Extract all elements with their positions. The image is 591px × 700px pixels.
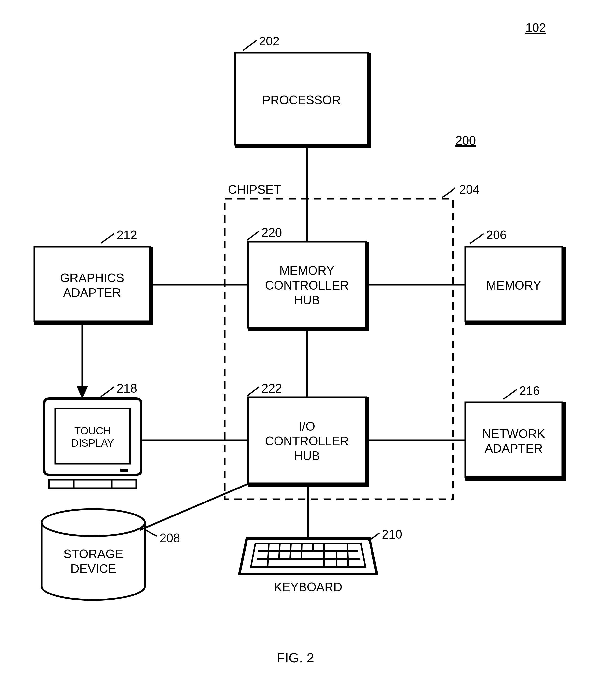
svg-rect-18 <box>465 477 566 481</box>
svg-rect-8 <box>366 397 369 487</box>
processor-ref: 202 <box>259 34 279 48</box>
svg-marker-44 <box>77 386 88 399</box>
ioch-ref: 222 <box>261 382 282 395</box>
na-l1: NETWORK <box>482 427 545 441</box>
block-touch-display: TOUCH DISPLAY 218 <box>44 382 141 488</box>
block-processor: PROCESSOR 202 <box>235 34 371 148</box>
block-mem-ctrl-hub: MEMORY CONTROLLER HUB 220 <box>247 226 369 331</box>
ga-l2: ADAPTER <box>63 286 121 300</box>
sd-ref: 208 <box>159 531 180 545</box>
svg-rect-2 <box>235 145 371 148</box>
svg-rect-23 <box>120 469 128 472</box>
svg-rect-20 <box>49 480 136 488</box>
ioch-l3: HUB <box>294 449 320 463</box>
svg-rect-6 <box>248 327 369 331</box>
block-io-ctrl-hub: I/O CONTROLLER HUB 222 <box>247 382 369 487</box>
na-ref: 216 <box>519 384 540 398</box>
block-memory: MEMORY 206 <box>465 228 566 325</box>
mch-l2: CONTROLLER <box>265 279 349 292</box>
block-storage-device: STORAGE DEVICE 208 <box>42 509 180 600</box>
figure-2-diagram: 102 200 PROCESSOR 202 CHIPSET 204 MEMORY… <box>0 0 591 700</box>
td-ref: 218 <box>117 382 137 395</box>
ga-l1: GRAPHICS <box>60 271 124 285</box>
mch-ref: 220 <box>261 226 282 239</box>
ref-system: 200 <box>455 134 476 147</box>
figure-caption: FIG. 2 <box>277 650 314 666</box>
sd-l2: DEVICE <box>70 562 116 575</box>
memory-label: MEMORY <box>486 279 541 292</box>
svg-rect-12 <box>35 321 153 325</box>
td-l2: DISPLAY <box>71 437 114 449</box>
svg-rect-11 <box>150 247 153 325</box>
ioch-l1: I/O <box>299 419 315 433</box>
na-l2: ADAPTER <box>485 442 543 455</box>
ref-overall: 102 <box>525 21 546 34</box>
svg-rect-14 <box>562 247 566 325</box>
mch-l1: MEMORY <box>279 264 334 278</box>
svg-line-30 <box>302 543 302 559</box>
td-l1: TOUCH <box>74 425 111 437</box>
ioch-l2: CONTROLLER <box>265 434 349 448</box>
memory-ref: 206 <box>486 228 507 242</box>
svg-rect-1 <box>368 53 371 148</box>
svg-line-34 <box>347 543 348 567</box>
ga-ref: 212 <box>117 228 137 242</box>
svg-line-27 <box>268 543 269 567</box>
svg-point-24 <box>42 509 145 536</box>
svg-rect-5 <box>366 242 369 331</box>
block-keyboard: KEYBOARD 210 <box>240 528 402 594</box>
keyboard-label: KEYBOARD <box>274 580 342 594</box>
svg-line-29 <box>290 543 291 559</box>
chipset-ref: 204 <box>459 183 479 197</box>
svg-rect-15 <box>465 321 566 325</box>
chipset-label: CHIPSET <box>228 183 281 197</box>
block-graphics-adapter: GRAPHICS ADAPTER 212 <box>35 228 153 325</box>
svg-rect-17 <box>562 402 566 481</box>
keyboard-ref: 210 <box>382 528 402 541</box>
block-network-adapter: NETWORK ADAPTER 216 <box>465 384 566 481</box>
svg-line-28 <box>279 543 280 559</box>
sd-l1: STORAGE <box>63 547 123 561</box>
processor-label: PROCESSOR <box>262 93 341 107</box>
mch-l3: HUB <box>294 293 320 307</box>
svg-line-42 <box>140 483 249 530</box>
svg-rect-9 <box>248 483 369 487</box>
